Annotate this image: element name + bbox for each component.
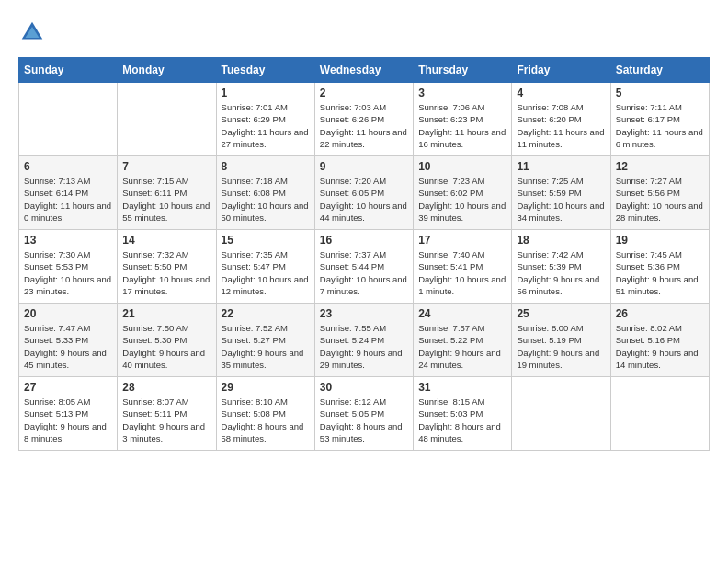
day-detail: Sunrise: 8:10 AM Sunset: 5:08 PM Dayligh… xyxy=(222,396,310,444)
calendar-week-2: 6Sunrise: 7:13 AM Sunset: 6:14 PM Daylig… xyxy=(19,156,710,230)
calendar-cell: 20Sunrise: 7:47 AM Sunset: 5:33 PM Dayli… xyxy=(19,304,118,377)
day-detail: Sunrise: 7:37 AM Sunset: 5:44 PM Dayligh… xyxy=(320,248,408,297)
day-number: 11 xyxy=(517,160,605,173)
day-detail: Sunrise: 7:18 AM Sunset: 6:08 PM Dayligh… xyxy=(222,175,310,224)
calendar-cell: 29Sunrise: 8:10 AM Sunset: 5:08 PM Dayli… xyxy=(216,377,314,451)
day-detail: Sunrise: 7:25 AM Sunset: 5:59 PM Dayligh… xyxy=(517,175,605,224)
calendar-cell: 11Sunrise: 7:25 AM Sunset: 5:59 PM Dayli… xyxy=(512,156,610,230)
day-number: 21 xyxy=(122,307,210,320)
calendar-cell: 1Sunrise: 7:01 AM Sunset: 6:29 PM Daylig… xyxy=(216,83,314,156)
day-detail: Sunrise: 8:02 AM Sunset: 5:16 PM Dayligh… xyxy=(616,322,704,371)
calendar-cell: 26Sunrise: 8:02 AM Sunset: 5:16 PM Dayli… xyxy=(610,304,709,377)
calendar-week-5: 27Sunrise: 8:05 AM Sunset: 5:13 PM Dayli… xyxy=(19,377,710,451)
day-number: 27 xyxy=(24,381,112,394)
weekday-header-saturday: Saturday xyxy=(610,58,709,83)
calendar-cell: 9Sunrise: 7:20 AM Sunset: 6:05 PM Daylig… xyxy=(314,156,413,230)
calendar-cell: 22Sunrise: 7:52 AM Sunset: 5:27 PM Dayli… xyxy=(216,304,314,377)
calendar-cell: 28Sunrise: 8:07 AM Sunset: 5:11 PM Dayli… xyxy=(118,377,216,451)
calendar-cell: 7Sunrise: 7:15 AM Sunset: 6:11 PM Daylig… xyxy=(118,156,216,230)
calendar-cell: 16Sunrise: 7:37 AM Sunset: 5:44 PM Dayli… xyxy=(314,230,413,304)
day-detail: Sunrise: 7:03 AM Sunset: 6:26 PM Dayligh… xyxy=(320,101,408,150)
weekday-header-thursday: Thursday xyxy=(414,58,512,83)
day-number: 2 xyxy=(320,86,408,99)
day-number: 1 xyxy=(222,86,310,99)
calendar-cell: 2Sunrise: 7:03 AM Sunset: 6:26 PM Daylig… xyxy=(314,83,413,156)
day-number: 9 xyxy=(320,160,408,173)
day-detail: Sunrise: 8:15 AM Sunset: 5:03 PM Dayligh… xyxy=(418,396,506,444)
header xyxy=(18,18,710,46)
calendar-week-3: 13Sunrise: 7:30 AM Sunset: 5:53 PM Dayli… xyxy=(19,230,710,304)
day-detail: Sunrise: 7:23 AM Sunset: 6:02 PM Dayligh… xyxy=(418,175,506,224)
calendar-cell: 12Sunrise: 7:27 AM Sunset: 5:56 PM Dayli… xyxy=(610,156,709,230)
calendar-cell xyxy=(512,377,610,451)
day-detail: Sunrise: 7:47 AM Sunset: 5:33 PM Dayligh… xyxy=(24,322,112,371)
day-number: 3 xyxy=(418,86,506,99)
weekday-header-monday: Monday xyxy=(118,58,216,83)
day-number: 30 xyxy=(320,381,408,394)
logo-icon xyxy=(18,18,46,46)
logo xyxy=(18,18,50,46)
page: SundayMondayTuesdayWednesdayThursdayFrid… xyxy=(0,0,728,563)
weekday-header-friday: Friday xyxy=(512,58,610,83)
calendar-week-1: 1Sunrise: 7:01 AM Sunset: 6:29 PM Daylig… xyxy=(19,83,710,156)
day-detail: Sunrise: 8:07 AM Sunset: 5:11 PM Dayligh… xyxy=(122,396,210,444)
calendar-cell: 3Sunrise: 7:06 AM Sunset: 6:23 PM Daylig… xyxy=(414,83,512,156)
calendar-cell: 23Sunrise: 7:55 AM Sunset: 5:24 PM Dayli… xyxy=(314,304,413,377)
calendar-table: SundayMondayTuesdayWednesdayThursdayFrid… xyxy=(18,57,710,451)
day-detail: Sunrise: 7:08 AM Sunset: 6:20 PM Dayligh… xyxy=(517,101,605,150)
calendar-cell: 6Sunrise: 7:13 AM Sunset: 6:14 PM Daylig… xyxy=(19,156,118,230)
day-number: 10 xyxy=(418,160,506,173)
weekday-header-sunday: Sunday xyxy=(19,58,118,83)
day-number: 29 xyxy=(222,381,310,394)
calendar-cell: 14Sunrise: 7:32 AM Sunset: 5:50 PM Dayli… xyxy=(118,230,216,304)
calendar-cell: 15Sunrise: 7:35 AM Sunset: 5:47 PM Dayli… xyxy=(216,230,314,304)
calendar-cell: 30Sunrise: 8:12 AM Sunset: 5:05 PM Dayli… xyxy=(314,377,413,451)
day-detail: Sunrise: 7:20 AM Sunset: 6:05 PM Dayligh… xyxy=(320,175,408,224)
day-detail: Sunrise: 7:40 AM Sunset: 5:41 PM Dayligh… xyxy=(418,248,506,297)
calendar-cell: 13Sunrise: 7:30 AM Sunset: 5:53 PM Dayli… xyxy=(19,230,118,304)
day-number: 24 xyxy=(418,307,506,320)
calendar-week-4: 20Sunrise: 7:47 AM Sunset: 5:33 PM Dayli… xyxy=(19,304,710,377)
day-number: 26 xyxy=(616,307,704,320)
weekday-header-row: SundayMondayTuesdayWednesdayThursdayFrid… xyxy=(19,58,710,83)
day-number: 18 xyxy=(517,234,605,247)
calendar-cell: 10Sunrise: 7:23 AM Sunset: 6:02 PM Dayli… xyxy=(414,156,512,230)
day-number: 23 xyxy=(320,307,408,320)
day-detail: Sunrise: 7:32 AM Sunset: 5:50 PM Dayligh… xyxy=(122,248,210,297)
calendar-cell: 4Sunrise: 7:08 AM Sunset: 6:20 PM Daylig… xyxy=(512,83,610,156)
weekday-header-tuesday: Tuesday xyxy=(216,58,314,83)
day-detail: Sunrise: 7:50 AM Sunset: 5:30 PM Dayligh… xyxy=(122,322,210,371)
day-number: 31 xyxy=(418,381,506,394)
day-detail: Sunrise: 8:12 AM Sunset: 5:05 PM Dayligh… xyxy=(320,396,408,444)
day-detail: Sunrise: 8:00 AM Sunset: 5:19 PM Dayligh… xyxy=(517,322,605,371)
day-number: 6 xyxy=(24,160,112,173)
day-detail: Sunrise: 7:57 AM Sunset: 5:22 PM Dayligh… xyxy=(418,322,506,371)
day-number: 28 xyxy=(122,381,210,394)
weekday-header-wednesday: Wednesday xyxy=(314,58,413,83)
calendar-cell: 31Sunrise: 8:15 AM Sunset: 5:03 PM Dayli… xyxy=(414,377,512,451)
calendar-cell: 24Sunrise: 7:57 AM Sunset: 5:22 PM Dayli… xyxy=(414,304,512,377)
day-number: 4 xyxy=(517,86,605,99)
calendar-cell: 8Sunrise: 7:18 AM Sunset: 6:08 PM Daylig… xyxy=(216,156,314,230)
day-number: 12 xyxy=(616,160,704,173)
day-detail: Sunrise: 7:15 AM Sunset: 6:11 PM Dayligh… xyxy=(122,175,210,224)
day-number: 15 xyxy=(222,234,310,247)
day-detail: Sunrise: 7:30 AM Sunset: 5:53 PM Dayligh… xyxy=(24,248,112,297)
day-number: 5 xyxy=(616,86,704,99)
day-detail: Sunrise: 7:06 AM Sunset: 6:23 PM Dayligh… xyxy=(418,101,506,150)
day-detail: Sunrise: 7:27 AM Sunset: 5:56 PM Dayligh… xyxy=(616,175,704,224)
day-number: 19 xyxy=(616,234,704,247)
day-detail: Sunrise: 7:42 AM Sunset: 5:39 PM Dayligh… xyxy=(517,248,605,297)
day-number: 8 xyxy=(222,160,310,173)
day-number: 7 xyxy=(122,160,210,173)
day-detail: Sunrise: 7:01 AM Sunset: 6:29 PM Dayligh… xyxy=(222,101,310,150)
calendar-cell: 21Sunrise: 7:50 AM Sunset: 5:30 PM Dayli… xyxy=(118,304,216,377)
day-number: 17 xyxy=(418,234,506,247)
day-detail: Sunrise: 7:11 AM Sunset: 6:17 PM Dayligh… xyxy=(616,101,704,150)
day-detail: Sunrise: 7:13 AM Sunset: 6:14 PM Dayligh… xyxy=(24,175,112,224)
calendar-cell xyxy=(610,377,709,451)
calendar-cell xyxy=(118,83,216,156)
day-detail: Sunrise: 7:55 AM Sunset: 5:24 PM Dayligh… xyxy=(320,322,408,371)
day-number: 25 xyxy=(517,307,605,320)
day-detail: Sunrise: 7:45 AM Sunset: 5:36 PM Dayligh… xyxy=(616,248,704,297)
